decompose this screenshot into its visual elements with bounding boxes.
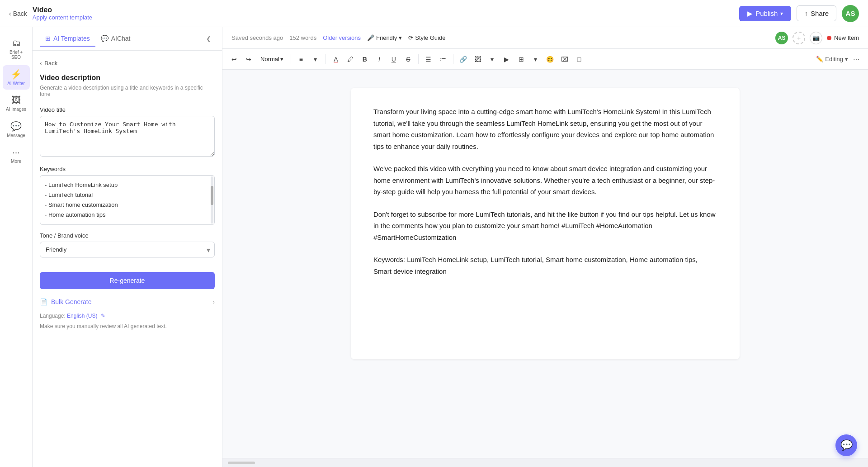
back-label: Back: [13, 10, 27, 17]
image-chevron-button[interactable]: ▾: [486, 53, 499, 66]
top-header: ‹ Back Video Apply content template ▶ Pu…: [0, 0, 868, 27]
saved-text: Saved seconds ago: [231, 34, 283, 41]
bullet-list-button[interactable]: ☰: [422, 53, 435, 66]
editing-mode-group[interactable]: ✏️ Editing ▾ ⋯: [816, 53, 863, 66]
table-button[interactable]: ⊞: [515, 53, 528, 66]
keyword-1: - LumiTech HomeLink setup: [45, 180, 210, 190]
chat-bubble-button[interactable]: 💬: [835, 434, 857, 456]
video-title-label: Video title: [40, 106, 215, 113]
older-versions-link[interactable]: Older versions: [323, 34, 361, 41]
panel-tabs: ⊞ AI Templates 💬 AIChat ❮: [33, 27, 222, 51]
italic-button[interactable]: I: [373, 53, 386, 66]
text-style-label: Normal: [260, 56, 279, 62]
link-button[interactable]: 🔗: [457, 53, 470, 66]
highlight-button[interactable]: 🖊: [344, 53, 357, 66]
language-link[interactable]: English (US): [67, 313, 97, 319]
panel-back-button[interactable]: ‹ Back: [40, 60, 215, 67]
mic-icon: 🎤: [367, 34, 374, 41]
share-label: Share: [811, 10, 829, 17]
sidebar-label-brief-seo: Brief + SEO: [5, 50, 27, 60]
editing-label: Editing: [825, 56, 843, 62]
sidebar-item-ai-images[interactable]: 🖼 AI Images: [3, 91, 30, 115]
image-button[interactable]: 🖼: [472, 53, 484, 66]
strikethrough-button[interactable]: S: [402, 53, 415, 66]
editor-topbar: Saved seconds ago 152 words Older versio…: [222, 27, 868, 49]
keywords-label: Keywords: [40, 166, 215, 172]
ai-images-icon: 🖼: [12, 95, 21, 105]
ai-disclaimer: Make sure you manually review all AI gen…: [40, 323, 215, 330]
tab-ai-templates[interactable]: ⊞ AI Templates: [40, 31, 95, 47]
language-label: Language:: [40, 313, 66, 319]
header-title-group: Video Apply content template: [33, 6, 92, 21]
bulk-generate-row[interactable]: 📄 Bulk Generate ›: [40, 298, 215, 305]
table-chevron-button[interactable]: ▾: [529, 53, 542, 66]
publish-chevron-down-icon: ▾: [780, 10, 783, 17]
undo-button[interactable]: ↩: [228, 53, 241, 66]
user-avatar[interactable]: AS: [842, 5, 859, 22]
editor-topbar-left: Saved seconds ago 152 words Older versio…: [231, 34, 445, 41]
play-button[interactable]: ▶: [500, 53, 513, 66]
ai-writer-icon: ⚡: [10, 69, 22, 80]
editor-topbar-right: AS + 📷 New Item: [775, 32, 859, 44]
redo-button[interactable]: ↪: [242, 53, 255, 66]
editor-content[interactable]: Transform your living space into a cutti…: [351, 88, 740, 359]
new-item-label: New Item: [834, 34, 859, 41]
editor-area: Saved seconds ago 152 words Older versio…: [222, 27, 868, 467]
editor-user-avatar[interactable]: AS: [775, 32, 788, 44]
divider-4: [453, 54, 453, 64]
back-button[interactable]: ‹ Back: [9, 10, 27, 17]
panel-section-desc: Generate a video description using a tit…: [40, 85, 215, 97]
more-options-button[interactable]: ⋯: [850, 53, 863, 66]
editor-horizontal-scrollbar[interactable]: [222, 458, 868, 467]
regenerate-button[interactable]: Re-generate: [40, 272, 215, 289]
keywords-input[interactable]: - LumiTech HomeLink setup - LumiTech tut…: [40, 175, 215, 225]
edit-icon[interactable]: ✎: [101, 313, 105, 319]
panel-collapse-button[interactable]: ❮: [202, 33, 215, 45]
grid-icon: ⊞: [45, 35, 51, 42]
camera-icon[interactable]: 📷: [810, 32, 822, 44]
sidebar-item-brief-seo[interactable]: 🗂 Brief + SEO: [3, 34, 30, 63]
new-item-dot-icon: [827, 36, 831, 40]
message-icon: 💬: [10, 121, 22, 132]
main-layout: 🗂 Brief + SEO ⚡ AI Writer 🖼 AI Images 💬 …: [0, 27, 868, 467]
tone-select[interactable]: Friendly Formal Casual Professional: [40, 242, 215, 257]
chevron-left-icon: ‹: [40, 60, 42, 67]
video-title-input[interactable]: How to Customize Your Smart Home with Lu…: [40, 116, 215, 157]
bulk-generate-label: Bulk Generate: [51, 298, 92, 305]
text-color-button[interactable]: A: [330, 53, 342, 66]
bulk-generate-icon: 📄: [40, 298, 47, 305]
apply-content-template-link[interactable]: Apply content template: [33, 14, 92, 21]
more-format-button[interactable]: □: [573, 53, 585, 66]
icon-sidebar: 🗂 Brief + SEO ⚡ AI Writer 🖼 AI Images 💬 …: [0, 27, 33, 467]
new-item-button[interactable]: New Item: [827, 34, 859, 41]
friendly-tone-button[interactable]: 🎤 Friendly ▾: [367, 34, 402, 41]
share-button[interactable]: ↑ Share: [797, 5, 836, 21]
editor-paragraph-3: Don't forget to subscribe for more LumiT…: [373, 209, 717, 243]
tone-label: Tone / Brand voice: [40, 232, 215, 239]
divider-2: [326, 54, 326, 64]
panel-content: ‹ Back Video description Generate a vide…: [33, 51, 222, 467]
emoji-button[interactable]: 😊: [544, 53, 557, 66]
more-icon: ···: [12, 147, 20, 157]
tone-select-wrapper: Friendly Formal Casual Professional ▾: [40, 242, 215, 257]
bold-button[interactable]: B: [359, 53, 371, 66]
align-button[interactable]: ≡: [295, 53, 307, 66]
header-right: ▶ Publish ▾ ↑ Share AS: [739, 5, 859, 22]
publish-label: Publish: [755, 10, 778, 17]
numbered-list-button[interactable]: ≔: [437, 53, 449, 66]
sidebar-item-message[interactable]: 💬 Message: [3, 117, 30, 142]
text-style-select[interactable]: Normal ▾: [257, 54, 287, 64]
chat-bubble-icon: 💬: [840, 439, 853, 451]
underline-button[interactable]: U: [387, 53, 400, 66]
sidebar-item-ai-writer[interactable]: ⚡ AI Writer: [3, 65, 30, 90]
sidebar-item-more[interactable]: ··· More: [3, 143, 30, 167]
style-guide-icon: ⟳: [408, 34, 413, 41]
publish-button[interactable]: ▶ Publish ▾: [739, 6, 791, 21]
divider-3: [418, 54, 419, 64]
style-guide-button[interactable]: ⟳ Style Guide: [408, 34, 445, 41]
align-chevron-button[interactable]: ▾: [309, 53, 322, 66]
tab-aichat[interactable]: 💬 AIChat: [95, 31, 136, 47]
brief-seo-icon: 🗂: [12, 38, 21, 48]
clear-format-button[interactable]: ⌧: [558, 53, 571, 66]
tone-field-group: Tone / Brand voice Friendly Formal Casua…: [40, 232, 215, 257]
